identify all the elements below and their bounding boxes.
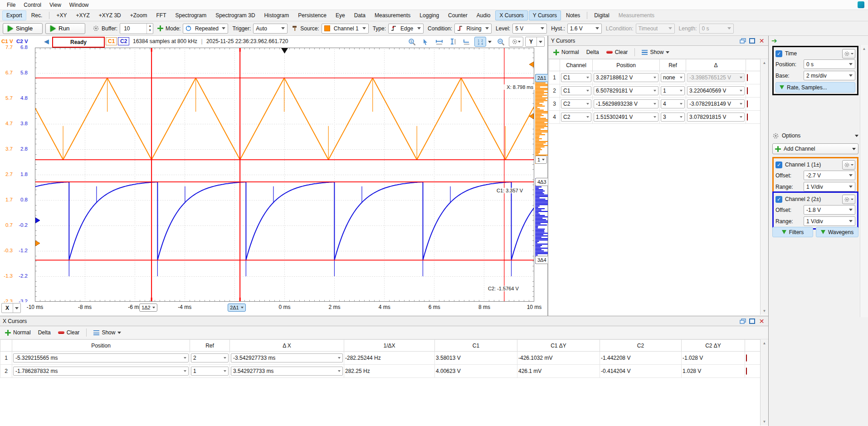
view-tab--xyz[interactable]: +XYZ	[72, 10, 93, 20]
cursor-ref-select[interactable]: 3	[661, 113, 685, 122]
condition-select[interactable]: Rising	[454, 24, 492, 34]
add-delta-cursor-button[interactable]: Delta	[583, 48, 602, 57]
cursor-position-select[interactable]: 3.287188612 V	[594, 73, 658, 82]
length-select[interactable]: 0 s	[699, 24, 734, 34]
view-tab-y-cursors[interactable]: Y Cursors	[529, 10, 561, 20]
scroll-down-icon[interactable]: ▼	[761, 420, 768, 424]
remove-cursor-button[interactable]	[746, 354, 747, 362]
cursor-position-select[interactable]: 1.515302491 V	[594, 113, 658, 122]
view-tab-logging[interactable]: Logging	[415, 10, 443, 20]
menu-file[interactable]: File	[3, 1, 20, 9]
remove-cursor-button[interactable]	[747, 113, 748, 121]
clear-cursors-button[interactable]: Clear	[55, 328, 83, 337]
y-cursor-chip-1[interactable]: 1	[535, 156, 547, 164]
zoom-options-icon[interactable]	[495, 37, 507, 47]
buffer-spinner[interactable]: 10 ▲▼	[120, 23, 153, 34]
view-tab-audio[interactable]: Audio	[473, 10, 495, 20]
horizontal-measure-icon[interactable]	[434, 37, 445, 47]
cursor-channel-select[interactable]: C2	[561, 113, 591, 122]
cursor-position-select[interactable]: 6.507829181 V	[594, 86, 658, 95]
cursor-ref-select[interactable]: 2	[191, 353, 229, 362]
time-checkbox[interactable]	[775, 50, 782, 57]
y-cursors-scrollbar[interactable]: ▲ ▼	[760, 59, 768, 315]
quad-view-button[interactable]: 1234	[474, 37, 486, 47]
cursor-ref-select[interactable]: none	[661, 73, 685, 82]
channel2-settings-button[interactable]	[842, 195, 855, 204]
float-window-icon[interactable]	[739, 37, 746, 44]
cursor-deltax-select[interactable]: 3.542927733 ms	[231, 367, 343, 376]
view-tab-data[interactable]: Data	[350, 10, 370, 20]
cursor-delta-select[interactable]: 3.220640569 V	[687, 86, 745, 95]
timeout-select[interactable]: Timeout	[636, 24, 675, 34]
add-normal-cursor-button[interactable]: Normal	[2, 328, 34, 337]
view-tab-rec-[interactable]: Rec.	[27, 10, 47, 20]
rate-samples-button[interactable]: Rate, Samples...	[775, 82, 855, 93]
time-position-select[interactable]: 0 s	[804, 59, 855, 69]
view-tab-measurements[interactable]: Measurements	[614, 10, 658, 20]
x-cursors-scrollbar[interactable]: ▲ ▼	[760, 339, 768, 426]
cursor-position-select[interactable]: -5.329215565 ms	[13, 353, 189, 362]
add-channel-button[interactable]: Add Channel	[772, 143, 858, 154]
cursor-ref-select[interactable]: 1	[661, 86, 685, 95]
plot-settings-button[interactable]	[509, 37, 523, 47]
view-tab-measurements[interactable]: Measurements	[371, 10, 414, 20]
cursor-delta-select[interactable]: 3.078291815 V	[687, 113, 745, 122]
expand-arrow-icon[interactable]: ➔	[771, 37, 777, 45]
back-chevron-icon[interactable]: ◀	[44, 38, 49, 45]
time-settings-button[interactable]	[842, 49, 855, 59]
cursor-delta-select[interactable]: -3.3985765125 V	[687, 73, 745, 82]
scroll-up-icon[interactable]: ▲	[860, 47, 868, 51]
remove-cursor-button[interactable]	[747, 100, 748, 108]
view-tab-persistence[interactable]: Persistence	[294, 10, 331, 20]
view-tab--xyz-3d[interactable]: +XYZ 3D	[95, 10, 125, 20]
run-button[interactable]: Run	[45, 23, 85, 34]
add-delta-cursor-button[interactable]: Delta	[35, 328, 54, 337]
cursor-position-select[interactable]: -1.786287832 ms	[13, 367, 189, 376]
tools-chevron-icon[interactable]	[488, 41, 492, 43]
x-axis-selector[interactable]: X	[1, 303, 21, 313]
view-tab--xy[interactable]: +XY	[52, 10, 71, 20]
y-axis-selector[interactable]: Y	[525, 37, 545, 47]
view-tab--zoom[interactable]: +Zoom	[126, 10, 151, 20]
hyst-select[interactable]: 1.6 V	[567, 24, 602, 34]
channel2-range-select[interactable]: 1 V/div	[804, 216, 855, 226]
channel1-settings-button[interactable]	[842, 160, 855, 170]
view-tab-spectrogram[interactable]: Spectrogram	[171, 10, 210, 20]
channel2-toggle[interactable]: C2	[118, 37, 129, 45]
view-tab-notes[interactable]: Notes	[562, 10, 584, 20]
cursor-ref-select[interactable]: 4	[661, 99, 685, 108]
corner-measure-icon[interactable]	[461, 37, 473, 47]
cursor-channel-select[interactable]: C2	[561, 99, 591, 108]
add-normal-cursor-button[interactable]: Normal	[550, 48, 582, 57]
channel1-range-select[interactable]: 1 V/div	[804, 182, 855, 191]
type-select[interactable]: Edge	[388, 24, 424, 34]
float-window-icon[interactable]	[739, 318, 746, 324]
show-options-button[interactable]: Show	[90, 328, 124, 337]
scroll-down-icon[interactable]: ▼	[761, 309, 768, 313]
channel1-checkbox[interactable]	[775, 162, 782, 168]
close-panel-icon[interactable]: ✕	[758, 318, 766, 324]
clear-cursors-button[interactable]: Clear	[603, 48, 631, 57]
pointer-tool-icon[interactable]	[420, 37, 432, 47]
view-tab-fft[interactable]: FFT	[152, 10, 170, 20]
time-base-select[interactable]: 2 ms/div	[804, 71, 855, 80]
view-tab-histogram[interactable]: Histogram	[260, 10, 293, 20]
channel1-offset-select[interactable]: -2.7 V	[804, 171, 855, 180]
view-tab-x-cursors[interactable]: X Cursors	[495, 10, 527, 20]
buffer-spin-arrows[interactable]: ▲▼	[146, 24, 153, 34]
view-tab-export[interactable]: Export	[2, 10, 26, 20]
menu-window[interactable]: Window	[65, 1, 93, 9]
channel1-toggle[interactable]: C1	[106, 37, 117, 45]
remove-cursor-button[interactable]	[746, 367, 747, 375]
view-tab-eye[interactable]: Eye	[332, 10, 349, 20]
cursor-position-select[interactable]: -1.5629893238 V	[594, 99, 658, 108]
wavegens-button[interactable]: Wavegens	[816, 227, 858, 237]
mode-select[interactable]: Repeated	[183, 24, 228, 34]
waveform-plot[interactable]	[35, 48, 534, 302]
scroll-up-icon[interactable]: ▲	[761, 341, 768, 345]
remove-cursor-button[interactable]	[747, 87, 748, 94]
maximize-window-icon[interactable]	[748, 37, 756, 44]
cursor-channel-select[interactable]: C1	[561, 73, 591, 82]
remove-cursor-button[interactable]	[747, 74, 748, 81]
trigger-select[interactable]: Auto	[253, 24, 288, 34]
